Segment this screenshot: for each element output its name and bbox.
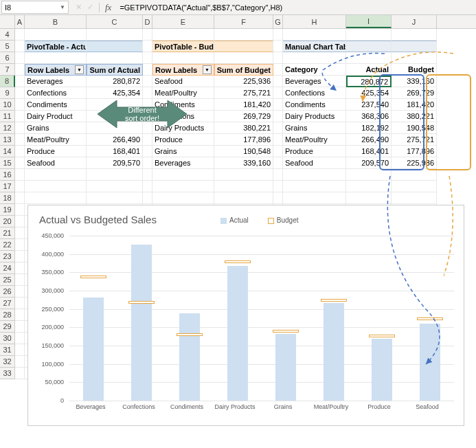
pivot-budget-value[interactable]: 177,896 bbox=[214, 134, 273, 146]
col-header[interactable]: C bbox=[87, 15, 143, 28]
pivot-actual-label[interactable]: Produce bbox=[25, 146, 87, 157]
cell[interactable] bbox=[273, 111, 283, 122]
row-header[interactable]: 28 bbox=[0, 309, 15, 321]
cell[interactable] bbox=[143, 181, 152, 192]
pivot-budget-value[interactable]: 339,160 bbox=[214, 157, 273, 169]
cell[interactable] bbox=[346, 41, 392, 52]
cell[interactable] bbox=[273, 122, 283, 134]
row-header[interactable]: 5 bbox=[0, 41, 15, 52]
cell[interactable] bbox=[15, 169, 25, 181]
filter-dropdown[interactable]: ▼ bbox=[75, 65, 84, 74]
pivot-budget-value[interactable]: 181,420 bbox=[214, 99, 273, 111]
cell[interactable] bbox=[273, 41, 283, 52]
cell[interactable] bbox=[346, 181, 392, 192]
manual-category[interactable]: Meat/Poultry bbox=[283, 134, 346, 146]
row-header[interactable]: 15 bbox=[0, 157, 15, 169]
manual-actual-value[interactable]: 209,570 bbox=[346, 157, 392, 169]
cell[interactable] bbox=[15, 298, 25, 309]
cell[interactable] bbox=[15, 157, 25, 169]
chart[interactable]: Actual vs Budgeted Sales Actual Budget B… bbox=[27, 205, 464, 426]
pivot-budget-label[interactable]: Produce bbox=[152, 134, 214, 146]
manual-budget-value[interactable]: 275,721 bbox=[392, 134, 437, 146]
cell[interactable] bbox=[15, 344, 25, 356]
cell[interactable] bbox=[87, 181, 143, 192]
cell[interactable] bbox=[87, 192, 143, 204]
cell[interactable] bbox=[273, 64, 283, 76]
cell[interactable] bbox=[152, 169, 214, 181]
row-header[interactable]: 25 bbox=[0, 274, 15, 286]
manual-category[interactable]: Seafood bbox=[283, 157, 346, 169]
cell[interactable] bbox=[273, 76, 283, 87]
cell[interactable] bbox=[143, 41, 152, 52]
cell[interactable] bbox=[25, 181, 87, 192]
col-header[interactable]: J bbox=[392, 15, 437, 28]
col-header[interactable]: B bbox=[25, 15, 87, 28]
cell[interactable] bbox=[25, 192, 87, 204]
pivot-actual-value[interactable]: 209,570 bbox=[87, 157, 143, 169]
row-header[interactable]: 11 bbox=[0, 111, 15, 122]
cell[interactable] bbox=[152, 192, 214, 204]
cell[interactable] bbox=[15, 87, 25, 99]
cell[interactable] bbox=[15, 251, 25, 262]
row-header[interactable]: 27 bbox=[0, 298, 15, 309]
cell[interactable] bbox=[15, 286, 25, 298]
cell[interactable] bbox=[273, 181, 283, 192]
row-header[interactable]: 13 bbox=[0, 134, 15, 146]
cell[interactable] bbox=[15, 192, 25, 204]
cell[interactable] bbox=[15, 262, 25, 274]
row-header[interactable]: 33 bbox=[0, 368, 15, 379]
col-header[interactable]: G bbox=[273, 15, 283, 28]
cell[interactable] bbox=[15, 239, 25, 251]
cell[interactable] bbox=[214, 52, 273, 64]
cell[interactable] bbox=[143, 169, 152, 181]
pivot-rowlabels-header[interactable]: Row Labels▼ bbox=[25, 64, 87, 76]
cell[interactable] bbox=[143, 76, 152, 87]
pivot-budget-value[interactable]: 275,721 bbox=[214, 87, 273, 99]
pivot-budget-label[interactable]: Grains bbox=[152, 146, 214, 157]
row-header[interactable]: 23 bbox=[0, 251, 15, 262]
col-header[interactable]: D bbox=[143, 15, 152, 28]
cell[interactable] bbox=[392, 52, 437, 64]
pivot-budget-value[interactable]: 380,221 bbox=[214, 122, 273, 134]
manual-actual-value[interactable]: 280,872 bbox=[346, 76, 392, 87]
row-header[interactable]: 10 bbox=[0, 99, 15, 111]
manual-actual-value[interactable]: 237,540 bbox=[346, 99, 392, 111]
cell[interactable] bbox=[346, 52, 392, 64]
cell[interactable] bbox=[25, 29, 87, 41]
name-box-input[interactable] bbox=[5, 3, 53, 12]
cell[interactable] bbox=[346, 29, 392, 41]
cell[interactable] bbox=[15, 274, 25, 286]
pivot-actual-value[interactable]: 266,490 bbox=[87, 134, 143, 146]
pivot-sum-header[interactable]: Sum of Budget bbox=[214, 64, 273, 76]
row-header[interactable]: 18 bbox=[0, 192, 15, 204]
row-header[interactable]: 6 bbox=[0, 52, 15, 64]
pivot-actual-label[interactable]: Meat/Poultry bbox=[25, 134, 87, 146]
formula-input[interactable] bbox=[117, 3, 476, 12]
row-header[interactable]: 32 bbox=[0, 356, 15, 368]
pivot-sum-header[interactable]: Sum of Actual bbox=[87, 64, 143, 76]
pivot-actual-label[interactable]: Confections bbox=[25, 87, 87, 99]
cell[interactable] bbox=[143, 157, 152, 169]
cell[interactable] bbox=[15, 333, 25, 344]
col-header[interactable]: I bbox=[346, 15, 392, 28]
cell[interactable] bbox=[214, 29, 273, 41]
row-header[interactable]: 22 bbox=[0, 239, 15, 251]
pivot-budget-label[interactable]: Seafood bbox=[152, 76, 214, 87]
pivot-budget-value[interactable]: 269,729 bbox=[214, 111, 273, 122]
cell[interactable] bbox=[273, 169, 283, 181]
cell[interactable] bbox=[15, 122, 25, 134]
manual-budget-value[interactable]: 190,548 bbox=[392, 122, 437, 134]
row-header[interactable]: 9 bbox=[0, 87, 15, 99]
row-header[interactable]: 17 bbox=[0, 181, 15, 192]
row-header[interactable]: 24 bbox=[0, 262, 15, 274]
cell[interactable] bbox=[143, 64, 152, 76]
row-header[interactable]: 7 bbox=[0, 64, 15, 76]
cell[interactable] bbox=[152, 29, 214, 41]
cell[interactable] bbox=[143, 192, 152, 204]
manual-budget-value[interactable]: 181,420 bbox=[392, 99, 437, 111]
cell[interactable] bbox=[15, 181, 25, 192]
cell[interactable] bbox=[273, 52, 283, 64]
cell[interactable] bbox=[15, 76, 25, 87]
cell[interactable] bbox=[392, 192, 437, 204]
manual-budget-header[interactable]: Budget bbox=[392, 64, 437, 76]
